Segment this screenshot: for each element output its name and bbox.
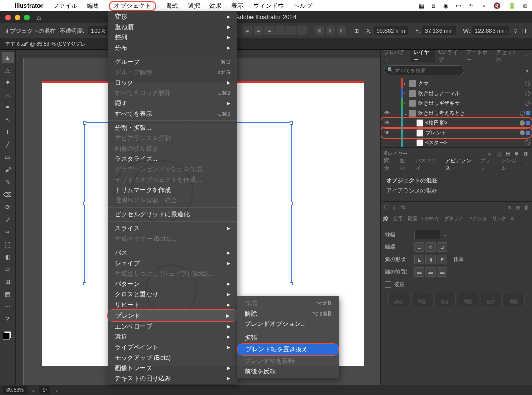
layer-row[interactable]: ›クマ [381, 78, 532, 88]
layer-name[interactable]: ブレンド [425, 129, 517, 137]
menu-window[interactable]: ウィンドウ [253, 2, 284, 10]
tab-opentype[interactable]: OpenTy [420, 216, 442, 221]
menu-file[interactable]: ファイル [52, 2, 77, 10]
tab-para[interactable]: 段落 [405, 215, 420, 222]
clear-appearance-icon[interactable]: ⊘ [507, 205, 511, 210]
menu-item[interactable]: すべてを表示⌥⌘3 [108, 108, 237, 119]
stroke-width-input[interactable] [414, 230, 440, 239]
rotate-tool[interactable]: ⟳ [2, 201, 14, 213]
menu-item[interactable]: グループ⌘G [108, 57, 237, 67]
menu-view[interactable]: 表示 [231, 2, 244, 10]
w-value[interactable]: 122.883 mm [472, 26, 509, 35]
tab-appearance[interactable]: アピアランス [442, 157, 477, 172]
x-value[interactable]: 90.882 mm [374, 26, 408, 35]
align-icon[interactable]: ≡ [254, 26, 263, 35]
tab-assets[interactable]: アセットの [493, 49, 523, 63]
menu-item[interactable]: 画像トレース▶ [108, 363, 237, 373]
menu-item[interactable]: ブレンド▶ [108, 310, 237, 321]
menu-item[interactable]: シェイプ▶ [108, 258, 237, 268]
clip-mask-icon[interactable]: ◰ [496, 150, 501, 157]
submenu-item[interactable]: 前後を反転 [237, 366, 339, 376]
target-icon[interactable] [525, 81, 530, 86]
dash-field[interactable]: 間隔 [458, 293, 479, 306]
menu-select[interactable]: 選択 [188, 2, 200, 10]
align-icon[interactable]: ≣ [286, 26, 296, 35]
dropbox-icon[interactable]: ⧈ [432, 2, 436, 9]
y-value[interactable]: 67.136 mm [422, 26, 456, 35]
fill-stroke-swatch[interactable] [2, 329, 14, 340]
rotate-dropdown-icon[interactable]: ⌄ [55, 387, 59, 393]
distribute-icon[interactable]: ⫴ [326, 26, 335, 35]
ruler-vertical[interactable] [16, 58, 24, 385]
resize-handle[interactable] [290, 121, 293, 125]
layer-row[interactable]: ›吹き出しノーマル [381, 88, 532, 98]
menu-object[interactable]: オブジェクト [109, 1, 156, 11]
align-outside-icon[interactable]: ▬ [437, 267, 447, 277]
document-tab[interactable]: デモ６.ai* @ 89.53 % (CMYK/プレ [0, 38, 91, 49]
app-name[interactable]: Illustrator [15, 2, 43, 9]
more-tools[interactable]: ⋯ [2, 301, 14, 312]
tab-graphic[interactable]: グラフィ [442, 215, 466, 222]
join-bevel-icon[interactable]: ◤ [437, 255, 447, 264]
align-icon[interactable]: ≡ [264, 26, 274, 35]
perspective-tool[interactable]: ▱ [2, 264, 14, 275]
locate-layer-icon[interactable]: ⎆ [488, 151, 492, 157]
disclosure-icon[interactable]: ⌄ [404, 111, 409, 116]
line-icon[interactable]: ◉ [443, 2, 448, 9]
tab-pathfinder[interactable]: パスファイ [413, 157, 443, 172]
layer-name[interactable]: クマ [418, 80, 523, 87]
layer-row[interactable]: 👁⌄吹き出し考えるとき [381, 108, 532, 118]
resize-handle[interactable] [83, 202, 86, 205]
edit-toolbar[interactable]: ? [2, 314, 14, 325]
add-fill-icon[interactable]: ◇ [393, 205, 397, 210]
layer-row[interactable]: 👁ブレンド [381, 128, 532, 138]
magic-wand-tool[interactable]: ✦ [2, 77, 14, 88]
mesh-tool[interactable]: ⊞ [2, 276, 14, 288]
home-icon[interactable]: ⌂ [37, 13, 41, 21]
rectangle-tool[interactable]: ▭ [2, 152, 14, 163]
mute-icon[interactable]: 🔇 [493, 2, 501, 9]
shape-builder-tool[interactable]: ◐ [2, 251, 14, 263]
visibility-toggle[interactable]: 👁 [381, 130, 393, 135]
submenu-item[interactable]: ブレンド軸を置き換え [238, 344, 338, 355]
delete-layer-icon[interactable]: 🗑 [523, 151, 529, 157]
new-sublayer-icon[interactable]: ⊞ [506, 150, 510, 157]
menu-item[interactable]: 整列▶ [108, 32, 237, 43]
layer-name[interactable]: <スター> [425, 139, 523, 146]
target-icon[interactable] [520, 130, 525, 135]
line-tool[interactable]: ╱ [2, 139, 14, 151]
layer-name[interactable]: 吹き出しノーマル [418, 90, 523, 97]
tab-symbol[interactable]: シンボル [498, 157, 523, 172]
tab-align[interactable]: 整列 [396, 157, 412, 172]
type-tool[interactable]: T [2, 127, 14, 138]
align-icon[interactable]: ≣ [275, 26, 285, 35]
app-switcher-icon[interactable]: ▦ [419, 2, 424, 9]
zoom-dropdown-icon[interactable]: ⌄ [31, 387, 35, 393]
panel-menu-icon[interactable]: ≡ [509, 216, 516, 221]
join-miter-icon[interactable]: ◣ [414, 255, 424, 264]
dash-field[interactable]: 線分 [434, 293, 456, 306]
align-icon[interactable]: ≡ [243, 26, 252, 35]
menu-item[interactable]: スライス▶ [108, 223, 237, 234]
free-transform-tool[interactable]: ⬚ [2, 239, 14, 250]
tab-artboards[interactable]: アートボー [463, 49, 493, 63]
target-icon[interactable] [520, 111, 525, 116]
distribute-icon[interactable]: ⫴ [337, 26, 346, 35]
menu-item[interactable]: 分割・拡張... [108, 122, 237, 133]
dash-field[interactable]: 間隔 [411, 293, 433, 306]
layer-search-input[interactable] [384, 65, 464, 75]
menu-item[interactable]: ピクセルグリッドに最適化 [108, 209, 237, 220]
layer-row[interactable]: ›吹き出しギザギザ [381, 98, 532, 108]
battery-icon[interactable]: 🔋 [508, 2, 516, 9]
panel-menu-icon[interactable]: ≡ [523, 53, 532, 59]
close-button[interactable] [5, 15, 11, 20]
bluetooth-icon[interactable]: ᚼ [482, 2, 486, 9]
link-wh-icon[interactable]: ⇕ [513, 28, 518, 34]
menu-item[interactable]: 重ね順▶ [108, 22, 237, 32]
dash-checkbox[interactable] [385, 281, 391, 288]
resize-handle[interactable] [83, 121, 86, 125]
cap-square-icon[interactable]: ⊐ [437, 242, 447, 252]
tab-stroke[interactable]: 線 [381, 215, 391, 222]
zoom-button[interactable] [24, 15, 30, 20]
cap-butt-icon[interactable]: ⊏ [414, 242, 424, 252]
